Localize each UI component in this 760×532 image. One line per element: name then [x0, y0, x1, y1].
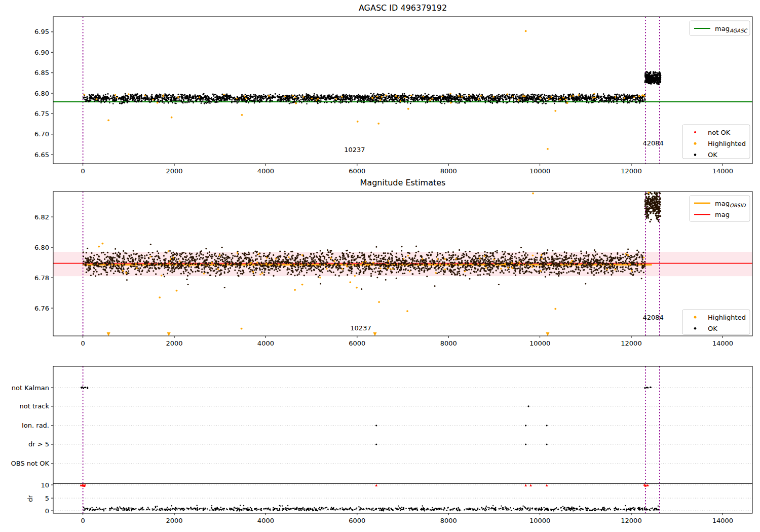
x-tick-label: 12000 — [621, 167, 641, 175]
plot-magnitude-estimates: 020004000600080001000012000140006.766.78… — [34, 178, 752, 347]
x-tick-label: 12000 — [621, 339, 641, 347]
scatter-cluster — [644, 71, 662, 85]
x-tick-label: 2000 — [166, 339, 182, 347]
y-tick-label: not track — [19, 402, 49, 410]
x-tick-label: 6000 — [349, 339, 365, 347]
legend-dot-sample — [694, 316, 697, 319]
x-tick-label: 0 — [81, 517, 85, 524]
legend: magOBSIDmag — [690, 196, 750, 221]
legend-item-label: OK — [708, 325, 717, 332]
y-tick-label: 6.65 — [34, 151, 49, 159]
figure-canvas: 020004000600080001000012000140006.656.70… — [0, 0, 760, 532]
scatter-cluster — [80, 483, 86, 487]
obsid-annotation: 42084 — [642, 139, 663, 147]
axes-frame — [53, 366, 752, 513]
x-tick-label: 0 — [81, 167, 85, 175]
legend-item-label: Highlighted — [708, 140, 746, 147]
x-tick-label: 6000 — [349, 167, 365, 175]
x-tick-label: 8000 — [440, 167, 457, 175]
x-tick-label: 2000 — [166, 517, 182, 524]
plot-title: AGASC ID 496379192 — [359, 3, 447, 13]
scatter-points — [107, 30, 643, 149]
x-tick-label: 8000 — [440, 339, 457, 347]
clipped-low-markers — [107, 332, 550, 336]
legend-item-label: OK — [708, 151, 717, 159]
y-tick-label: 6.78 — [34, 274, 49, 282]
flag-points — [375, 484, 548, 486]
legend-dot-sample — [694, 154, 697, 156]
legend: magAGASC — [690, 21, 750, 35]
scatter-cluster — [644, 192, 662, 222]
x-tick-label: 4000 — [257, 167, 274, 175]
obsid-annotation: 42084 — [642, 314, 663, 321]
y-tick-label: 5 — [45, 495, 49, 502]
x-tick-label: 4000 — [257, 339, 274, 347]
y-tick-label: 6.82 — [34, 213, 49, 221]
legend: HighlightedOK — [682, 310, 750, 334]
y-tick-label: 10 — [41, 481, 49, 489]
legend-dot-sample — [694, 131, 696, 133]
x-tick-label: 6000 — [349, 517, 365, 524]
y-tick-label: 6.80 — [34, 244, 49, 251]
y-tick-label: 6.85 — [34, 69, 49, 77]
plot-mag-agasc: 020004000600080001000012000140006.656.70… — [34, 3, 752, 175]
scatter-cluster — [81, 387, 88, 389]
legend-dot-sample — [694, 142, 697, 145]
y-tick-label: 6.90 — [34, 49, 49, 56]
legend: not OKHighlightedOK — [682, 125, 750, 159]
y-axis-label: dr — [26, 495, 34, 502]
legend-item-label: mag — [715, 211, 730, 218]
y-tick-label: 6.75 — [34, 110, 49, 118]
scatter-cluster — [83, 507, 659, 512]
x-tick-label: 8000 — [440, 517, 457, 524]
x-tick-label: 2000 — [166, 167, 182, 175]
plot-title: Magnitude Estimates — [360, 178, 446, 187]
scatter-points — [187, 283, 587, 290]
y-tick-label: OBS not OK — [11, 460, 50, 467]
x-tick-label: 14000 — [712, 517, 733, 524]
legend-dot-sample — [694, 327, 697, 330]
obsid-annotation: 10237 — [350, 324, 371, 332]
y-tick-label: dr > 5 — [28, 440, 49, 448]
x-tick-label: 14000 — [712, 339, 733, 347]
y-tick-label: Ion. rad. — [22, 422, 49, 429]
x-tick-label: 4000 — [257, 517, 274, 524]
y-tick-label: not Kalman — [12, 384, 49, 392]
x-tick-label: 10000 — [529, 339, 550, 347]
scatter-cluster — [644, 387, 652, 389]
x-tick-label: 10000 — [529, 517, 550, 524]
x-tick-label: 10000 — [529, 167, 550, 175]
x-tick-label: 0 — [81, 339, 85, 347]
legend-item-label: not OK — [708, 129, 731, 136]
y-tick-label: 6.80 — [34, 90, 49, 97]
legend-item-label: Highlighted — [708, 314, 746, 321]
x-tick-label: 14000 — [712, 167, 733, 175]
y-tick-label: 0 — [45, 507, 49, 515]
figure-svg: 020004000600080001000012000140006.656.70… — [0, 0, 760, 532]
plot-flags-dr: 02000400060008000100001200014000not Kalm… — [11, 366, 753, 524]
obsid-annotation: 10237 — [344, 146, 365, 154]
y-tick-label: 6.70 — [34, 130, 49, 138]
x-tick-label: 12000 — [621, 517, 641, 524]
scatter-cluster — [643, 483, 649, 486]
y-tick-label: 6.76 — [34, 305, 49, 312]
y-tick-label: 6.95 — [34, 28, 49, 35]
